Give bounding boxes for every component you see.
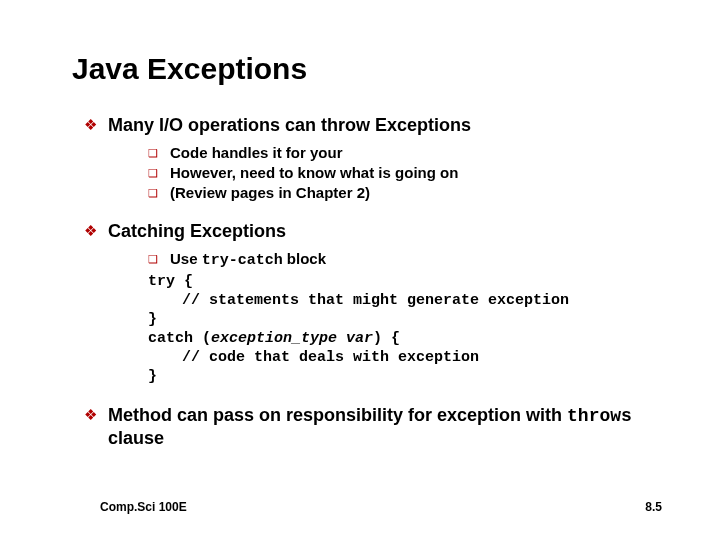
sub-1-1: ❑ Code handles it for your [148, 144, 660, 162]
sub-1-2-text: However, need to know what is going on [170, 164, 458, 182]
slide-content: ❖ Many I/O operations can throw Exceptio… [72, 114, 660, 449]
bullet-block-3: ❖ Method can pass on responsibility for … [84, 404, 660, 449]
code-block: try { // statements that might generate … [84, 272, 660, 386]
bullet-1: ❖ Many I/O operations can throw Exceptio… [84, 114, 660, 136]
bullet-2: ❖ Catching Exceptions [84, 220, 660, 242]
diamond-icon: ❖ [84, 220, 108, 242]
code-l4-b: ) { [373, 330, 400, 347]
bullet-1-text: Many I/O operations can throw Exceptions [108, 114, 471, 136]
sub-2-1: ❑ Use try-catch block [148, 250, 660, 270]
diamond-icon: ❖ [84, 404, 108, 426]
diamond-icon: ❖ [84, 114, 108, 136]
slide: Java Exceptions ❖ Many I/O operations ca… [0, 0, 720, 540]
slide-title: Java Exceptions [72, 52, 660, 86]
bullet-2-subs: ❑ Use try-catch block [84, 250, 660, 270]
sub-2-1-pre: Use [170, 250, 202, 267]
bullet-block-2: ❖ Catching Exceptions ❑ Use try-catch bl… [84, 220, 660, 386]
square-icon: ❑ [148, 250, 170, 268]
bullet-1-subs: ❑ Code handles it for your ❑ However, ne… [84, 144, 660, 202]
code-line-4: catch (exception_type var) { [148, 329, 660, 348]
sub-1-1-text: Code handles it for your [170, 144, 343, 162]
square-icon: ❑ [148, 164, 170, 182]
sub-2-1-post: block [283, 250, 326, 267]
code-line-5: // code that deals with exception [148, 348, 660, 367]
footer-left: Comp.Sci 100E [100, 500, 187, 514]
code-line-3: } [148, 310, 660, 329]
sub-1-3: ❑ (Review pages in Chapter 2) [148, 184, 660, 202]
code-l4-i: exception_type var [211, 330, 373, 347]
sub-1-2: ❑ However, need to know what is going on [148, 164, 660, 182]
code-line-2: // statements that might generate except… [148, 291, 660, 310]
code-line-6: } [148, 367, 660, 386]
footer-right: 8.5 [645, 500, 662, 514]
code-l4-a: catch ( [148, 330, 211, 347]
sub-1-3-text: (Review pages in Chapter 2) [170, 184, 370, 202]
square-icon: ❑ [148, 144, 170, 162]
square-icon: ❑ [148, 184, 170, 202]
bullet-3-text: Method can pass on responsibility for ex… [108, 404, 660, 449]
code-line-1: try { [148, 272, 660, 291]
sub-2-1-text: Use try-catch block [170, 250, 326, 270]
bullet-2-text: Catching Exceptions [108, 220, 286, 242]
b3-code: throws [567, 406, 632, 426]
bullet-block-1: ❖ Many I/O operations can throw Exceptio… [84, 114, 660, 202]
sub-2-1-code: try-catch [202, 252, 283, 269]
b3-post: clause [108, 428, 164, 448]
b3-pre: Method can pass on responsibility for ex… [108, 405, 567, 425]
bullet-3: ❖ Method can pass on responsibility for … [84, 404, 660, 449]
